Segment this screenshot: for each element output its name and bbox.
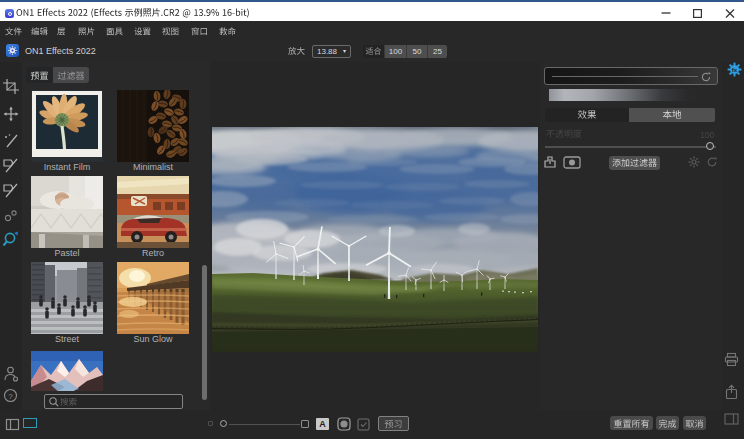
svg-text:fx: fx xyxy=(732,67,738,73)
svg-text:?: ? xyxy=(8,392,13,401)
